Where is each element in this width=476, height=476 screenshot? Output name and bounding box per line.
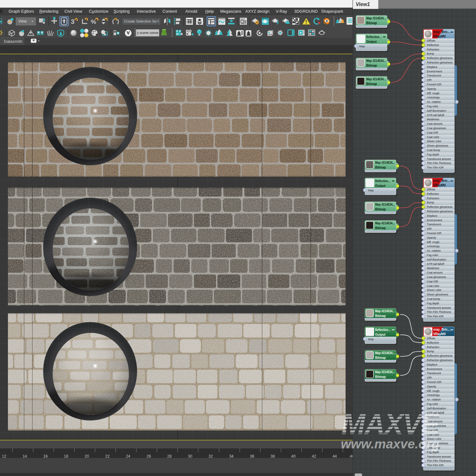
svg-text:Bitmap: Bitmap (366, 64, 377, 67)
svg-text:Map #214534...: Map #214534... (366, 17, 386, 20)
svg-text:Reflection glossiness: Reflection glossiness (427, 354, 453, 357)
svg-text:Coat color: Coat color (427, 136, 439, 139)
svg-text:Map #214534...: Map #214534... (366, 77, 386, 81)
svg-text:Reflection glossiness: Reflection glossiness (427, 56, 453, 60)
svg-text:Diff. rough.: Diff. rough. (427, 241, 440, 244)
svg-text:Fog depth: Fog depth (427, 153, 439, 156)
svg-text:Bitmap: Bitmap (375, 226, 386, 230)
svg-text:Map #214534...: Map #214534... (375, 203, 395, 206)
svg-text:Thin Film IOR: Thin Film IOR (427, 166, 444, 169)
svg-text:Coat IOR: Coat IOR (427, 131, 438, 134)
svg-text:Bitmap: Bitmap (375, 166, 386, 169)
svg-text:Output: Output (375, 184, 386, 188)
svg-text:Translucent amount: Translucent amount (427, 306, 451, 309)
svg-text:Sheen color: Sheen color (427, 288, 441, 292)
svg-text:Thin Film Thickness: Thin Film Thickness (427, 459, 451, 462)
svg-text:Refraction glossiness: Refraction glossiness (427, 210, 453, 213)
svg-text:Bitmap: Bitmap (366, 82, 377, 86)
svg-text:Opacity: Opacity (427, 87, 436, 90)
svg-text:Translucent amount: Translucent amount (427, 455, 451, 458)
svg-text:IOR: IOR (427, 376, 432, 379)
svg-text:vray_Bric...: vray_Bric... (433, 328, 450, 331)
svg-text:Metalness: Metalness (427, 118, 439, 121)
svg-text:Reflection glossiness: Reflection glossiness (427, 205, 453, 208)
svg-text:Reflection: Reflection (427, 192, 439, 195)
svg-text:Translucent: Translucent (427, 372, 441, 375)
svg-text:Anisotropy: Anisotropy (427, 96, 440, 99)
svg-text:Coat amount: Coat amount (427, 122, 443, 125)
svg-text:An. rotation: An. rotation (427, 398, 441, 401)
svg-text:Output: Output (375, 333, 386, 336)
svg-text:3: 3 (71, 18, 75, 25)
svg-text:IOR: IOR (427, 227, 432, 230)
svg-text:vray_Bric...: vray_Bric... (433, 30, 450, 34)
svg-text:Bitmap: Bitmap (366, 21, 377, 25)
svg-text:Coat IOR: Coat IOR (427, 280, 438, 283)
svg-text:Fog color: Fog color (427, 402, 438, 406)
svg-text:Bitmap: Bitmap (375, 356, 386, 360)
svg-text:Coat bump: Coat bump (427, 149, 440, 152)
svg-text:Translucent: Translucent (427, 223, 441, 226)
svg-text:Environment: Environment (427, 70, 442, 73)
svg-text:Bitmap: Bitmap (375, 314, 386, 318)
svg-text:Self-illumination: Self-illumination (427, 258, 446, 261)
svg-text:Coat glossiness: Coat glossiness (427, 127, 446, 130)
svg-text:Opacity: Opacity (427, 236, 436, 239)
svg-text:Bitmap: Bitmap (375, 375, 386, 379)
svg-text:Reflection...: Reflection... (366, 35, 381, 39)
svg-text:GTR tail falloff: GTR tail falloff (427, 114, 444, 117)
svg-text:VRayMtl: VRayMtl (433, 35, 446, 38)
svg-text:Map #214534...: Map #214534... (375, 221, 395, 225)
svg-text:Thin Film IOR: Thin Film IOR (427, 315, 444, 318)
svg-text:Bump: Bump (427, 201, 434, 204)
svg-text:Reflection...: Reflection... (375, 179, 390, 183)
svg-text:Bitmap: Bitmap (375, 208, 386, 211)
svg-text:Translucent: Translucent (427, 74, 441, 77)
svg-text:Diffuse: Diffuse (427, 188, 435, 191)
svg-text:Fog color: Fog color (427, 105, 438, 108)
svg-text:Thin Film Thickness: Thin Film Thickness (427, 310, 451, 314)
svg-text:Fresnel IOR: Fresnel IOR (427, 232, 441, 235)
svg-text:Map #214534...: Map #214534... (375, 370, 395, 374)
svg-text:Metalness: Metalness (427, 267, 439, 270)
svg-text:Anisotropy: Anisotropy (427, 245, 440, 248)
svg-text:Coat color: Coat color (427, 284, 439, 288)
svg-text:Diff. rough.: Diff. rough. (427, 92, 440, 95)
svg-text:vray_Bric...: vray_Bric... (433, 179, 450, 182)
svg-text:{: { (112, 18, 114, 24)
svg-text:GTR tail falloff: GTR tail falloff (427, 262, 444, 266)
svg-text:Sheen color: Sheen color (427, 140, 441, 143)
svg-text:Coat glossiness: Coat glossiness (427, 275, 446, 279)
svg-text:Refraction: Refraction (427, 197, 439, 200)
svg-text:Environment: Environment (427, 367, 442, 371)
svg-text:Reflection...: Reflection... (375, 328, 390, 332)
svg-text:Reflection: Reflection (427, 341, 439, 344)
svg-text:Map #214534...: Map #214534... (375, 351, 395, 355)
svg-text:Environment: Environment (427, 219, 442, 222)
svg-text:Bump: Bump (427, 350, 434, 353)
svg-text:Diffuse: Diffuse (427, 39, 435, 42)
svg-text:Displace: Displace (427, 363, 437, 366)
svg-text:Fog depth: Fog depth (427, 302, 439, 305)
svg-text:Diffuse: Diffuse (427, 337, 435, 340)
svg-text:Map: Map (368, 338, 374, 341)
svg-text:Sheen glossiness: Sheen glossiness (427, 293, 448, 296)
svg-text:VRayMtl: VRayMtl (433, 332, 446, 336)
svg-text:Displace: Displace (427, 214, 437, 217)
svg-text:Bump: Bump (427, 52, 434, 55)
svg-text:Anisotropy: Anisotropy (427, 393, 440, 397)
svg-text:Map #214534...: Map #214534... (366, 59, 386, 63)
svg-text:Displace: Displace (427, 65, 437, 69)
svg-text:Diff. rough.: Diff. rough. (427, 389, 440, 393)
svg-text:Opacity: Opacity (427, 385, 436, 388)
svg-text:Output: Output (366, 40, 377, 43)
svg-text:Fresnel IOR: Fresnel IOR (427, 380, 441, 384)
svg-text:Self-illumination: Self-illumination (427, 109, 446, 112)
svg-text:}: } (117, 18, 119, 24)
svg-text:Refraction glossiness: Refraction glossiness (427, 61, 453, 64)
svg-text:Fog color: Fog color (427, 254, 438, 257)
svg-text:Map: Map (368, 189, 374, 192)
svg-text:An. rotation: An. rotation (427, 249, 441, 252)
svg-text:Reflection: Reflection (427, 43, 439, 47)
svg-text:Refraction: Refraction (427, 346, 439, 349)
